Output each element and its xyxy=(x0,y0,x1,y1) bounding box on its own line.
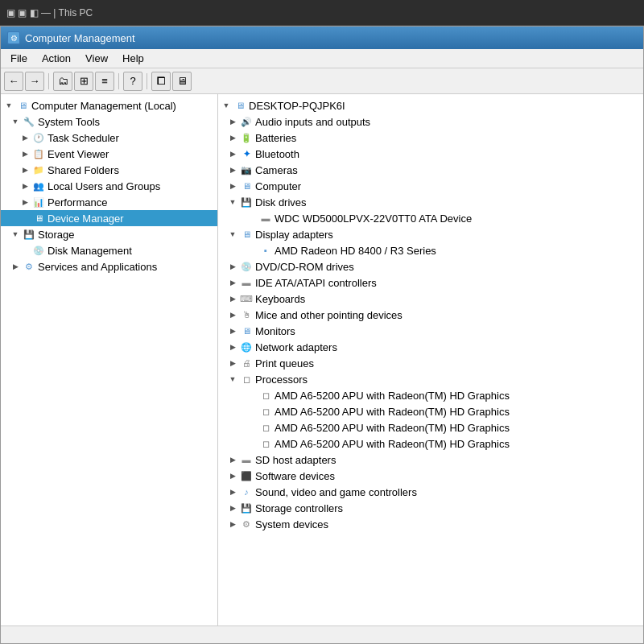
monitors-icon: 🖥 xyxy=(240,324,253,337)
display-expand-icon: ▼ xyxy=(228,229,237,239)
sidebar-item-shared-folders[interactable]: ▶ 📁 Shared Folders xyxy=(1,162,217,178)
right-item-print[interactable]: ▶ 🖨 Print queues xyxy=(218,355,643,371)
list-button[interactable]: ≡ xyxy=(95,72,114,91)
right-item-proc2[interactable]: ◻ AMD A6-5200 APU with Radeon(TM) HD Gra… xyxy=(218,403,643,419)
sidebar-item-services-apps[interactable]: ▶ ⚙ Services and Applications xyxy=(1,258,217,275)
sidebar-item-storage[interactable]: ▼ 💾 Storage xyxy=(1,226,217,242)
right-item-mice[interactable]: ▶ 🖱 Mice and other pointing devices xyxy=(218,307,643,323)
right-panel-root[interactable]: ▼ 🖥 DESKTOP-PQJPK6I xyxy=(218,97,643,114)
computer-label: Computer xyxy=(255,180,301,192)
tree-root[interactable]: ▼ 🖥 Computer Management (Local) xyxy=(1,97,217,114)
amd-expand-icon xyxy=(247,246,257,255)
print-expand-icon: ▶ xyxy=(228,358,237,368)
right-item-disk-drives[interactable]: ▼ 💾 Disk drives xyxy=(218,194,643,210)
proc2-icon: ◻ xyxy=(259,405,272,418)
right-item-audio[interactable]: ▶ 🔊 Audio inputs and outputs xyxy=(218,114,643,130)
right-item-proc4[interactable]: ◻ AMD A6-5200 APU with Radeon(TM) HD Gra… xyxy=(218,436,643,452)
system-tools-icon: 🔧 xyxy=(23,115,35,128)
sd-expand-icon: ▶ xyxy=(228,455,237,464)
right-item-dvd[interactable]: ▶ 💿 DVD/CD-ROM drives xyxy=(218,258,643,275)
right-item-display-adapters[interactable]: ▼ 🖥 Display adapters xyxy=(218,226,643,242)
menu-bar: File Action View Help xyxy=(1,49,643,68)
system-tools-expand-icon: ▼ xyxy=(10,117,20,126)
view-button[interactable]: ⊞ xyxy=(74,72,93,91)
keyboards-expand-icon: ▶ xyxy=(228,294,237,303)
proc3-icon: ◻ xyxy=(259,421,272,434)
sidebar-item-task-scheduler[interactable]: ▶ 🕐 Task Scheduler xyxy=(1,130,217,146)
processors-icon: ◻ xyxy=(240,373,253,386)
sound-label: Sound, video and game controllers xyxy=(255,486,417,498)
wdc-icon: ▬ xyxy=(259,212,272,225)
proc4-expand-icon xyxy=(247,439,257,448)
sidebar-item-device-manager[interactable]: 🖥 Device Manager xyxy=(1,210,217,226)
right-item-proc1[interactable]: ◻ AMD A6-5200 APU with Radeon(TM) HD Gra… xyxy=(218,387,643,403)
right-item-storage-ctrl[interactable]: ▶ 💾 Storage controllers xyxy=(218,500,643,516)
right-item-computer[interactable]: ▶ 🖥 Computer xyxy=(218,178,643,194)
performance-icon: 📊 xyxy=(32,196,45,208)
right-item-proc3[interactable]: ◻ AMD A6-5200 APU with Radeon(TM) HD Gra… xyxy=(218,419,643,436)
sidebar-item-event-viewer[interactable]: ▶ 📋 Event Viewer xyxy=(1,146,217,162)
display-adapters-label: Display adapters xyxy=(255,229,333,241)
back-button[interactable]: ← xyxy=(4,72,23,91)
system-dev-expand-icon: ▶ xyxy=(228,519,237,529)
audio-expand-icon: ▶ xyxy=(228,117,237,126)
processors-label: Processors xyxy=(255,374,308,386)
bluetooth-expand-icon: ▶ xyxy=(228,149,237,159)
sidebar-item-system-tools[interactable]: ▼ 🔧 System Tools xyxy=(1,114,217,130)
right-item-cameras[interactable]: ▶ 📷 Cameras xyxy=(218,162,643,178)
right-item-software-dev[interactable]: ▶ ⬛ Software devices xyxy=(218,468,643,484)
root-icon: 🖥 xyxy=(16,99,29,112)
forward-button[interactable]: → xyxy=(25,72,44,91)
right-item-processors[interactable]: ▼ ◻ Processors xyxy=(218,371,643,387)
system-dev-icon: ⚙ xyxy=(240,518,253,530)
mice-expand-icon: ▶ xyxy=(228,310,237,320)
monitors-expand-icon: ▶ xyxy=(228,326,237,336)
device-manager-expand-icon xyxy=(20,213,30,223)
right-item-network[interactable]: ▶ 🌐 Network adapters xyxy=(218,339,643,355)
console-button[interactable]: ⧠ xyxy=(151,72,171,91)
right-item-monitors[interactable]: ▶ 🖥 Monitors xyxy=(218,323,643,339)
event-viewer-icon: 📋 xyxy=(32,147,45,160)
sidebar-item-local-users[interactable]: ▶ 👥 Local Users and Groups xyxy=(1,178,217,194)
right-item-keyboards[interactable]: ▶ ⌨ Keyboards xyxy=(218,291,643,307)
right-item-amd-radeon[interactable]: ▪ AMD Radeon HD 8400 / R3 Series xyxy=(218,242,643,258)
root-expand-icon: ▼ xyxy=(4,101,14,110)
new-window-button[interactable]: 🖥 xyxy=(172,72,192,91)
monitors-label: Monitors xyxy=(255,325,295,337)
toolbar-sep-2 xyxy=(118,73,119,89)
disk-management-label: Disk Management xyxy=(47,245,132,257)
storage-ctrl-icon: 💾 xyxy=(240,502,253,514)
menu-view[interactable]: View xyxy=(79,51,114,66)
dvd-icon: 💿 xyxy=(240,260,253,273)
ide-expand-icon: ▶ xyxy=(228,278,237,287)
system-dev-label: System devices xyxy=(255,518,328,530)
local-users-label: Local Users and Groups xyxy=(47,180,160,192)
shared-folders-expand-icon: ▶ xyxy=(20,165,30,175)
device-manager-icon: 🖥 xyxy=(32,212,45,225)
right-item-wdc[interactable]: ▬ WDC WD5000LPVX-22V0TT0 ATA Device xyxy=(218,210,643,226)
right-item-ide[interactable]: ▶ ▬ IDE ATA/ATAPI controllers xyxy=(218,275,643,291)
right-panel[interactable]: ▼ 🖥 DESKTOP-PQJPK6I ▶ 🔊 Audio inputs and… xyxy=(218,94,643,625)
sound-icon: ♪ xyxy=(240,485,253,498)
folder-up-button[interactable]: 🗂 xyxy=(53,72,72,91)
disk-drives-expand-icon: ▼ xyxy=(228,197,237,207)
right-item-bluetooth[interactable]: ▶ ✦ Bluetooth xyxy=(218,146,643,162)
menu-file[interactable]: File xyxy=(4,51,34,66)
storage-icon: 💾 xyxy=(23,228,35,241)
mice-label: Mice and other pointing devices xyxy=(255,309,402,321)
device-manager-label: Device Manager xyxy=(47,213,124,225)
performance-expand-icon: ▶ xyxy=(20,197,30,207)
right-item-batteries[interactable]: ▶ 🔋 Batteries xyxy=(218,130,643,146)
right-item-sd[interactable]: ▶ ▬ SD host adapters xyxy=(218,452,643,468)
menu-action[interactable]: Action xyxy=(35,51,77,66)
right-item-sound[interactable]: ▶ ♪ Sound, video and game controllers xyxy=(218,484,643,500)
sidebar-item-disk-management[interactable]: 💿 Disk Management xyxy=(1,242,217,258)
help-button[interactable]: ? xyxy=(123,72,142,91)
left-panel[interactable]: ▼ 🖥 Computer Management (Local) ▼ 🔧 Syst… xyxy=(1,94,218,625)
event-viewer-expand-icon: ▶ xyxy=(20,149,30,159)
right-item-system-dev[interactable]: ▶ ⚙ System devices xyxy=(218,516,643,532)
menu-help[interactable]: Help xyxy=(116,51,151,66)
sidebar-item-performance[interactable]: ▶ 📊 Performance xyxy=(1,194,217,210)
dvd-expand-icon: ▶ xyxy=(228,262,237,271)
proc1-label: AMD A6-5200 APU with Radeon(TM) HD Graph… xyxy=(275,390,510,402)
